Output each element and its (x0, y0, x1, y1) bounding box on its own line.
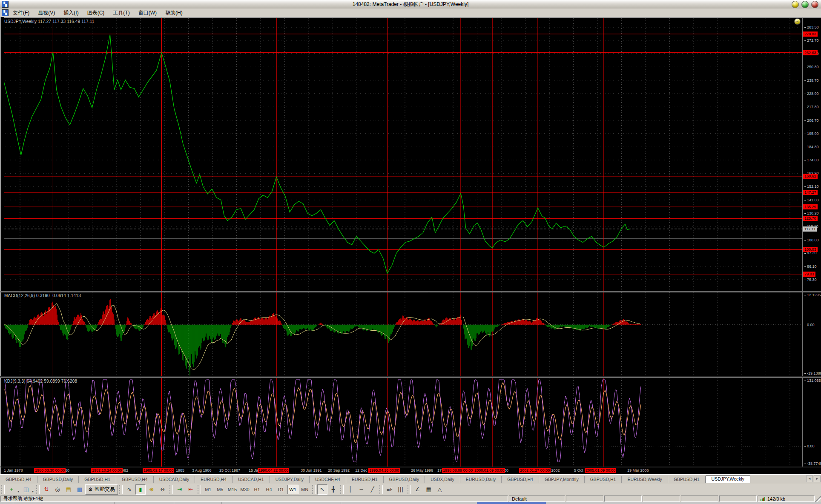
timeframe-h1-button[interactable]: H1 (252, 485, 263, 494)
kdj-plot[interactable] (0, 378, 802, 467)
tab-scroll-left-button[interactable]: ◂ (806, 475, 813, 482)
data-center-icon: ▤ (66, 486, 71, 493)
menu-item-2[interactable]: 插入(I) (59, 9, 83, 17)
date-marker-badge: 1985.02.17 00:00 (143, 468, 174, 473)
toolbar-grip[interactable] (1, 485, 5, 494)
date-marker-badge: 1980.03.30 00:00 (34, 468, 66, 473)
market-watch-button[interactable]: ⇅ (41, 484, 52, 495)
auto-scroll-button[interactable]: ⇥ (175, 484, 185, 495)
macd-plot[interactable] (0, 292, 802, 376)
toolbar-grip[interactable] (119, 485, 123, 494)
shapes-icon: △ (438, 486, 442, 493)
price-tick-label: 86.10 (804, 264, 817, 269)
pane-separator[interactable] (0, 376, 821, 378)
kdj-tick-label: 0.00 (804, 444, 815, 448)
horizontal-line-button[interactable]: ─ (356, 484, 367, 495)
tab-scroll-right-button[interactable]: ▸ (814, 475, 821, 482)
tab-gbpusd-h1[interactable]: GBPUSD,H1 (585, 476, 622, 483)
tab-eurusd-h4[interactable]: EURUSD,H4 (195, 476, 233, 483)
crosshair-button[interactable]: ╋ (328, 484, 339, 495)
tab-eurusd-daily[interactable]: EURUSD,Daily (460, 476, 502, 483)
tab-eurusd-weekly[interactable]: EURUSD,Weekly (622, 476, 668, 483)
timeframe-d1-button[interactable]: D1 (276, 485, 287, 494)
tab-gbpusd-daily[interactable]: GBPUSD,Daily (37, 476, 79, 483)
auto-scroll-icon: ⇥ (177, 486, 182, 493)
macd-tick-label: -19.1388 (804, 371, 821, 375)
chart-shift-button[interactable]: ⇤ (186, 484, 196, 495)
tab-usdchf-h4[interactable]: USDCHF,H4 (310, 476, 346, 483)
tab-eurusd-h1[interactable]: EURUSD,H1 (346, 476, 384, 483)
new-chart-button[interactable]: ＋▾ (6, 484, 17, 495)
zoom-in-button[interactable]: ⊕ (146, 484, 157, 495)
status-profile[interactable]: Default (509, 495, 565, 502)
zoom-out-button[interactable]: ⊖ (158, 484, 168, 495)
cycle-lines-button[interactable]: ||| (396, 484, 406, 495)
pane-separator (0, 467, 821, 467)
timeframe-m1-button[interactable]: M1 (203, 485, 214, 494)
timeframe-m15-button[interactable]: M15 (227, 485, 238, 494)
price-plot[interactable] (0, 18, 802, 292)
date-label: 26 May 1996 (411, 468, 433, 472)
line-chart-button[interactable]: ∿ (124, 484, 135, 495)
tab-usdjpy-weekly[interactable]: USDJPY,Weekly (706, 475, 750, 483)
toolbar: ＋▾ ◫▾ ⇅ ◎ ▤ ▥ ⚙智能交易 ∿ ▮ ⊕ ⊖ ⇥ ⇤ M1M5M15M… (0, 483, 821, 496)
menu-item-0[interactable]: 文件(F) (9, 9, 34, 17)
tab-gbpusd-h4[interactable]: GBPUSD,H4 (502, 476, 539, 483)
expert-advisors-label: 智能交易 (95, 486, 115, 493)
tab-gbpusd-h1[interactable]: GBPUSD,H1 (79, 476, 116, 483)
trendline-button[interactable]: ╱ (367, 484, 378, 495)
gann-grid-button[interactable]: ▦ (424, 484, 434, 495)
menu-item-5[interactable]: 窗口(W) (134, 9, 161, 17)
shapes-button[interactable]: △ (435, 484, 445, 495)
toolbar-grip[interactable] (312, 485, 316, 494)
toolbar-grip[interactable] (408, 485, 411, 494)
maximize-button[interactable] (801, 1, 809, 8)
data-center-button[interactable]: ▤ (63, 484, 74, 495)
tab-gbpusd-h4[interactable]: GBPUSD,H4 (0, 476, 37, 483)
toolbar-grip[interactable] (36, 485, 40, 494)
terminal-button[interactable]: ▥ (75, 484, 85, 495)
metatrader-window: ▚ 148482: MetaTrader - 模拟帐户 - [USDJPY,We… (0, 0, 821, 504)
toolbar-grip[interactable] (169, 485, 173, 494)
child-minimize-button[interactable]: – (794, 18, 801, 25)
tab-gbpjpy-monthly[interactable]: GBPJPY,Monthly (539, 476, 585, 483)
timeframe-w1-button[interactable]: W1 (287, 485, 299, 494)
fibonacci-button[interactable]: ≡F (385, 484, 395, 495)
timeframe-mn-button[interactable]: MN (299, 485, 310, 494)
timeframe-h4-button[interactable]: H4 (264, 485, 275, 494)
expert-advisors-button[interactable]: ⚙智能交易 (85, 484, 118, 495)
tab-gbpusd-h1[interactable]: GBPUSD,H1 (668, 476, 706, 483)
tab-gbpusd-daily[interactable]: GBPUSD,Daily (384, 476, 425, 483)
tab-gbpusd-h4[interactable]: GBPUSD,H4 (116, 476, 154, 483)
macd-pane[interactable]: MACD(12,26,9) 0.3190 -0.0614 1.1413 (0, 292, 802, 376)
minimize-button[interactable] (792, 1, 799, 8)
timeframe-m30-button[interactable]: M30 (239, 485, 250, 494)
tab-usdjpy-daily[interactable]: USDJPY,Daily (270, 476, 310, 483)
pane-separator[interactable] (0, 291, 821, 292)
menu-item-6[interactable]: 帮助(H) (161, 9, 187, 17)
toolbar-grip[interactable] (340, 485, 344, 494)
date-label: 17 (437, 468, 442, 472)
price-level-badge: 262.63 (803, 50, 818, 55)
kdj-pane[interactable]: KDJ(9,3,3) 64.9402 59.0899 76.6208 (0, 378, 802, 467)
tab-usdx-daily[interactable]: USDX,Daily (425, 476, 460, 483)
price-level-badge: 100.03 (803, 247, 818, 252)
price-level-badge: 79.83 (803, 272, 815, 277)
candlestick-chart-button[interactable]: ▮ (135, 484, 146, 495)
resize-grip[interactable] (815, 495, 821, 502)
profiles-button[interactable]: ◫▾ (21, 484, 31, 495)
menu-item-3[interactable]: 图表(C) (83, 9, 109, 17)
tab-usdcad-daily[interactable]: USDCAD,Daily (154, 476, 195, 483)
navigator-button[interactable]: ◎ (52, 484, 63, 495)
toolbar-grip[interactable] (379, 485, 383, 494)
menu-item-1[interactable]: 显视(V) (34, 9, 59, 17)
vertical-line-button[interactable]: │ (345, 484, 356, 495)
timeframe-m5-button[interactable]: M5 (215, 485, 226, 494)
angle-tool-button[interactable]: ∠ (413, 484, 423, 495)
tab-usdcad-h1[interactable]: USDCAD,H1 (233, 476, 270, 483)
menu-item-4[interactable]: 工具(T) (109, 9, 134, 17)
toolbar-grip[interactable] (198, 485, 201, 494)
cursor-button[interactable]: ↖ (317, 484, 327, 495)
close-button[interactable] (811, 1, 818, 8)
main-chart-pane[interactable]: USDJPY,Weekly 117.27 117.33 116.49 117.1… (0, 18, 802, 292)
